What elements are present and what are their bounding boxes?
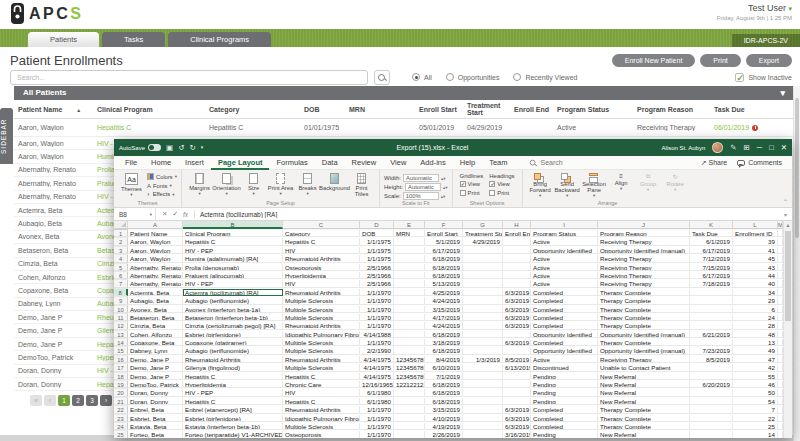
cell-F11[interactable]: 4/17/2019	[425, 314, 463, 321]
cell-G19[interactable]	[463, 381, 503, 388]
cell-K15[interactable]: 7/23/2019	[690, 347, 733, 354]
cell-J10[interactable]: Therapy Complete	[598, 306, 690, 313]
cell-C19[interactable]: Chronic Care	[283, 381, 360, 388]
cell-J11[interactable]: Therapy Complete	[598, 314, 690, 321]
cell-F23[interactable]: 4/10/2019	[425, 415, 463, 422]
cell-K1[interactable]: Task Due	[690, 230, 733, 237]
xl-tab-help[interactable]: Help	[453, 156, 482, 170]
cell-L21[interactable]: 54	[733, 398, 778, 405]
cell-F21[interactable]: 6/18/2019	[425, 398, 463, 405]
cell-L5[interactable]: 43	[733, 264, 778, 271]
cell-B8[interactable]: Actemra (tocilizumab) [RA]	[183, 289, 283, 296]
row-header-20[interactable]: 20	[114, 389, 128, 396]
col-header-H[interactable]: H	[503, 221, 531, 229]
cell-I6[interactable]: Active	[531, 272, 598, 279]
cell-F17[interactable]: 6/10/2019	[425, 364, 463, 371]
tab-tasks[interactable]: Tasks	[102, 32, 165, 47]
cell-J1[interactable]: Program Reason	[598, 230, 690, 237]
cell-I10[interactable]: Completed	[531, 306, 598, 313]
row-header-8[interactable]: 8	[114, 289, 128, 296]
xl-tab-file[interactable]: File	[118, 156, 144, 170]
cell-L19[interactable]: 46	[733, 381, 778, 388]
cell-L10[interactable]: 6	[733, 306, 778, 313]
cell-E21[interactable]	[394, 398, 425, 405]
cell-H23[interactable]: 6/3/2019	[503, 415, 531, 422]
cell-A13[interactable]: Cohen, Alfonzo	[128, 331, 183, 338]
cell-G9[interactable]	[463, 297, 503, 304]
cell-D22[interactable]: 1/1/1970	[360, 406, 394, 413]
cell-B3[interactable]: HIV - PEP	[183, 247, 283, 254]
cell-H3[interactable]	[503, 247, 531, 254]
cell-H12[interactable]: 6/3/2019	[503, 322, 531, 329]
cell-F8[interactable]: 4/25/2019	[425, 289, 463, 296]
col-header-I[interactable]: I	[531, 221, 598, 229]
cell-L6[interactable]: 44	[733, 272, 778, 279]
xl-tab-insert[interactable]: Insert	[178, 156, 211, 170]
ribbon-breaks-button[interactable]: Breaks▾	[294, 172, 321, 198]
cell-B13[interactable]: Esbriet (pirfenidone)	[183, 331, 283, 338]
xl-tab-view[interactable]: View	[383, 156, 413, 170]
cell-F24[interactable]: 4/19/2019	[425, 423, 463, 430]
cell-E16[interactable]: 123456789	[394, 356, 425, 363]
cell-B17[interactable]: Gilenya (fingolimod)	[183, 364, 283, 371]
cell-K11[interactable]	[690, 314, 733, 321]
export-button[interactable]: Export	[746, 54, 792, 67]
col-header-F[interactable]: F	[425, 221, 463, 229]
cell-G25[interactable]	[463, 431, 503, 438]
col-patient-name[interactable]: Patient Name▲	[14, 104, 93, 115]
cell-J2[interactable]: Receiving Therapy	[598, 238, 690, 245]
col-category[interactable]: Category	[205, 104, 300, 115]
cell-I14[interactable]: Completed	[531, 339, 598, 346]
cell-E11[interactable]	[394, 314, 425, 321]
cell-I8[interactable]: Completed	[531, 289, 598, 296]
cell-G14[interactable]	[463, 339, 503, 346]
cell-B1[interactable]: Clinical Program	[183, 230, 283, 237]
col-header-B[interactable]: B	[183, 221, 283, 229]
cell-I13[interactable]: Opportunity Identified	[531, 331, 598, 338]
cell-G16[interactable]: 1/3/2019	[463, 356, 503, 363]
cell-D3[interactable]: 1/1/1975	[360, 247, 394, 254]
cell-B6[interactable]: Praluent (alirocumab)	[183, 272, 283, 279]
cell-G18[interactable]	[463, 373, 503, 380]
cell-L12[interactable]: 28	[733, 322, 778, 329]
cell-C3[interactable]: HIV	[283, 247, 360, 254]
cell-C1[interactable]: Category	[283, 230, 360, 237]
cell-J16[interactable]: Receiving Therapy	[598, 356, 690, 363]
row-header-6[interactable]: 6	[114, 272, 128, 279]
cell-K23[interactable]	[690, 415, 733, 422]
row-header-5[interactable]: 5	[114, 264, 128, 271]
ribbon-fonts[interactable]: AFonts▾	[147, 182, 177, 190]
col-dob[interactable]: DOB	[300, 104, 345, 115]
collapse-chevron-icon[interactable]: ▾	[780, 86, 785, 100]
cell-L23[interactable]: 22	[733, 415, 778, 422]
ribbon-options-icon[interactable]: ⊞	[744, 139, 750, 156]
cell-A9[interactable]: Aubagio, Beta	[128, 297, 183, 304]
page-scrollbar[interactable]	[793, 86, 800, 441]
cell-B15[interactable]: Aubagio (teriflunomide)	[183, 347, 283, 354]
cell-K7[interactable]: 7/18/2019	[690, 280, 733, 287]
cell-A3[interactable]: Aaron, Waylon	[128, 247, 183, 254]
page-button-1[interactable]: 1	[58, 395, 70, 406]
row-header-12[interactable]: 12	[114, 322, 128, 329]
cell-F20[interactable]: 6/18/2019	[425, 389, 463, 396]
col-header-D[interactable]: D	[360, 221, 394, 229]
cell-C24[interactable]: Multiple Sclerosis	[283, 423, 360, 430]
print-button[interactable]: Print	[700, 54, 740, 67]
ribbon-effects[interactable]: ◐Effects▾	[147, 190, 177, 198]
row-header-2[interactable]: 2	[114, 238, 128, 245]
cell-B11[interactable]: Betaseron (interferon beta-1b)	[183, 314, 283, 321]
cell-G22[interactable]	[463, 406, 503, 413]
col-header-E[interactable]: E	[394, 221, 425, 229]
cell-F18[interactable]: 7/1/2019	[425, 373, 463, 380]
enroll-new-patient-button[interactable]: Enroll New Patient	[612, 54, 696, 67]
row-header-14[interactable]: 14	[114, 339, 128, 346]
cell-L11[interactable]: 24	[733, 314, 778, 321]
row-header-24[interactable]: 24	[114, 423, 128, 430]
xl-tab-add-ins[interactable]: Add-ins	[413, 156, 452, 170]
cell-G13[interactable]	[463, 331, 503, 338]
xl-tab-data[interactable]: Data	[315, 156, 345, 170]
cell-K20[interactable]	[690, 389, 733, 396]
cell-G2[interactable]: 4/29/2019	[463, 238, 503, 245]
filter-recently-viewed[interactable]: Recently Viewed	[513, 73, 577, 81]
cell-D19[interactable]: 12/16/1965	[360, 381, 394, 388]
